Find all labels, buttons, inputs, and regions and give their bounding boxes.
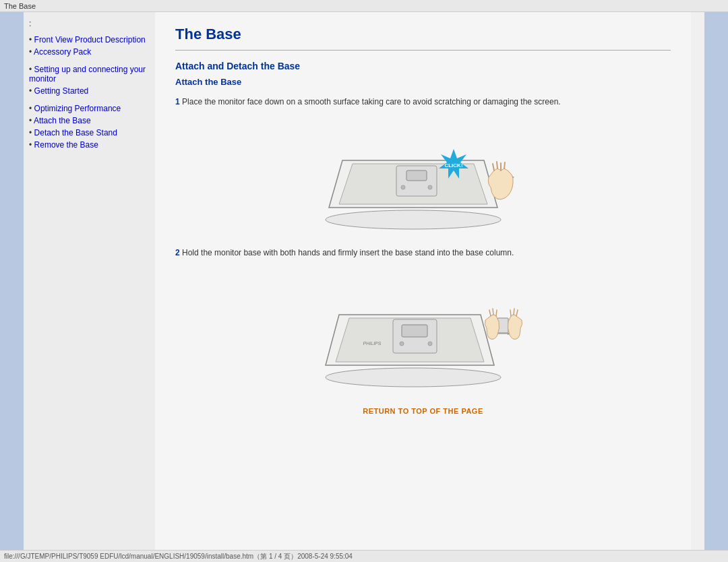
sidebar-item-accessory: Accessory Pack — [29, 46, 150, 58]
sidebar-item-setup: Setting up and connecting your monitor — [29, 63, 150, 85]
svg-point-4 — [428, 185, 432, 189]
right-strip2 — [704, 12, 728, 550]
sidebar-item-attach: Attach the Base — [29, 115, 150, 127]
status-bar: file:///G/JTEMP/PHILIPS/T9059 EDFU/lcd/m… — [0, 550, 728, 562]
sidebar-link-getting-started[interactable]: Getting Started — [34, 86, 89, 96]
svg-line-30 — [514, 309, 514, 315]
svg-text:CLICK!: CLICK! — [444, 162, 462, 168]
svg-line-31 — [510, 310, 511, 316]
return-top: RETURN TO TOP OF THE PAGE — [175, 406, 671, 416]
svg-point-20 — [400, 342, 404, 346]
step-1-text: Place the monitor face down on a smooth … — [182, 97, 561, 106]
sidebar-link-attach[interactable]: Attach the Base — [34, 116, 91, 125]
svg-point-0 — [326, 210, 501, 229]
diagram-2-container: PHILIPS — [175, 271, 671, 389]
main-layout: : Front View Product Description Accesso… — [0, 12, 728, 550]
sidebar-link-front-view[interactable]: Front View Product Description — [34, 35, 146, 44]
svg-point-16 — [326, 368, 501, 387]
sidebar-item-getting-started: Getting Started — [29, 85, 150, 97]
svg-line-27 — [493, 309, 493, 315]
sidebar-link-accessory[interactable]: Accessory Pack — [34, 47, 91, 57]
sidebar-item-detach-stand: Detach the Base Stand — [29, 127, 150, 139]
step-2-text: Hold the monitor base with both hands an… — [182, 248, 514, 257]
step-2-number: 2 — [175, 248, 180, 257]
title-bar: The Base — [0, 0, 728, 12]
section-title: Attach and Detach the Base — [175, 61, 671, 71]
svg-rect-2 — [406, 170, 427, 181]
sub-title: Attach the Base — [175, 77, 671, 87]
sidebar-spacer2 — [29, 97, 150, 102]
svg-line-12 — [493, 164, 494, 170]
step-2: 2 Hold the monitor base with both hands … — [175, 248, 671, 257]
diagram-2-svg: PHILIPS — [309, 271, 538, 389]
sidebar-item-optimizing: Optimizing Performance — [29, 102, 150, 115]
sidebar-link-detach-stand[interactable]: Detach the Base Stand — [34, 128, 117, 137]
svg-line-13 — [497, 162, 497, 168]
svg-line-15 — [504, 162, 505, 168]
diagram-1-container: CLICK! — [175, 120, 671, 231]
sidebar-link-remove[interactable]: Remove the Base — [34, 140, 98, 150]
sidebar-item-front-view: Front View Product Description — [29, 34, 150, 46]
sidebar-item-remove: Remove the Base — [29, 139, 150, 151]
step-1: 1 Place the monitor face down on a smoot… — [175, 97, 671, 106]
sidebar-section-title: : — [29, 19, 150, 28]
svg-text:PHILIPS: PHILIPS — [363, 341, 382, 346]
svg-rect-19 — [402, 325, 427, 337]
content-area: The Base Attach and Detach the Base Atta… — [155, 12, 691, 550]
diagram-1-svg: CLICK! — [309, 120, 538, 231]
svg-point-21 — [428, 342, 432, 346]
svg-line-26 — [489, 310, 491, 316]
sidebar: : Front View Product Description Accesso… — [24, 12, 155, 550]
status-bar-text: file:///G/JTEMP/PHILIPS/T9059 EDFU/lcd/m… — [4, 552, 353, 561]
sidebar-link-optimizing[interactable]: Optimizing Performance — [34, 104, 121, 113]
right-strip1 — [691, 12, 704, 550]
svg-line-29 — [516, 310, 518, 316]
return-top-link[interactable]: RETURN TO TOP OF THE PAGE — [363, 407, 483, 415]
sidebar-spacer1 — [29, 58, 150, 63]
left-strip — [0, 12, 24, 550]
sidebar-nav: Front View Product Description Accessory… — [29, 34, 150, 151]
svg-point-3 — [401, 185, 405, 189]
svg-line-28 — [496, 310, 497, 316]
sidebar-link-setup[interactable]: Setting up and connecting your monitor — [29, 65, 146, 84]
divider — [175, 50, 671, 51]
page-title: The Base — [175, 26, 671, 43]
step-1-number: 1 — [175, 97, 180, 106]
title-bar-text: The Base — [4, 2, 36, 10]
